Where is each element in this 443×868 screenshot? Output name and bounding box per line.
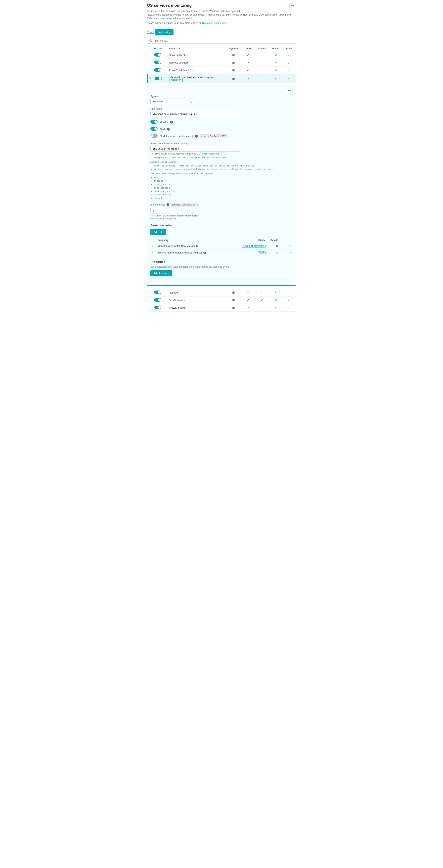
alert-check: ✓ (242, 77, 254, 80)
toggle-knob (151, 134, 154, 137)
helper-op2: $or($eq(paused),$eq(running)) – Matches … (154, 168, 275, 170)
alerting-delay-info-icon[interactable]: i (167, 203, 169, 206)
details-chevron-down[interactable]: ∨ (283, 299, 294, 302)
monitor-check: ✓ (255, 77, 269, 80)
row-name: Universal broker (169, 54, 225, 57)
alert-info-icon[interactable]: i (167, 128, 170, 131)
add-policy-button[interactable]: Add policy (155, 29, 174, 35)
feedback-text: Please provide feedback to us about this… (147, 21, 296, 25)
delete-button[interactable]: ✕ (270, 77, 282, 80)
external-link-icon: ↗ (173, 17, 175, 20)
details-chevron-down[interactable]: ∨ (283, 69, 294, 72)
alert-toggle[interactable] (150, 127, 157, 131)
windows-icon: ⊞ (226, 298, 241, 302)
alert-not-installed-toggle[interactable] (150, 134, 157, 138)
dr-name: Manufacturer match $eq(Microsoft) (157, 245, 241, 248)
detail-three-dots-button[interactable]: ••• (286, 88, 293, 93)
filter-input[interactable] (154, 39, 294, 42)
col-delete: Delete (270, 47, 282, 50)
dr-details-chevron[interactable]: ∨ (279, 245, 291, 248)
drag-handle[interactable]: ⠿ (152, 245, 157, 248)
rule-name-label: Rule name (150, 107, 293, 110)
windows-icon: ⊞ (226, 61, 241, 64)
row-name: PowerTrack Main Svc (169, 69, 225, 72)
row-name: VMWare Tools (169, 306, 225, 309)
doc-link[interactable]: documentation ↗ (156, 17, 175, 20)
drag-handle[interactable]: ⠿ (149, 299, 153, 302)
monitor-toggle[interactable] (150, 120, 157, 124)
windows-icon: ⊞ (226, 77, 241, 81)
more-link[interactable]: More... (147, 31, 154, 34)
row-name: Netlogon (169, 291, 225, 294)
dr-delete-button[interactable]: ✕ (266, 251, 278, 254)
details-chevron-up[interactable]: ∧ (283, 77, 294, 80)
details-chevron-down[interactable]: ∨ (283, 54, 294, 57)
available-ops-label: Available logic operations: (150, 160, 293, 163)
toggle-vmware[interactable] (154, 306, 168, 310)
drag-handle[interactable]: ⠿ (149, 77, 154, 80)
delete-button[interactable]: ✕ (270, 291, 282, 294)
system-group: System Windows Linux ∨ (150, 95, 293, 104)
alert-check: ✓ (242, 299, 254, 302)
drag-handle[interactable]: ⠿ (152, 251, 157, 254)
add-property-button[interactable]: Add Property (150, 270, 172, 276)
delete-button[interactable]: ✕ (270, 306, 282, 309)
alert-not-installed-info-icon[interactable]: i (195, 135, 198, 137)
condition-label: Service status condition for alerting (150, 142, 293, 145)
toggle-knob (158, 299, 161, 301)
new-reordered-badge: NEW & REORDERED (242, 245, 266, 248)
alerting-delay-input[interactable] (150, 208, 166, 214)
toggle-knob (158, 306, 161, 309)
drag-handle[interactable]: ⠿ (149, 291, 153, 294)
delete-button[interactable]: ✕ (270, 54, 282, 57)
col-summary: Summary (169, 47, 225, 50)
delete-button[interactable]: ✕ (270, 61, 282, 64)
properties-description: Set of additional key-value properties t… (150, 266, 293, 268)
dr-details-chevron[interactable]: ∨ (279, 251, 291, 254)
main-page: OS services monitoring ••• Set up alerts… (144, 0, 299, 315)
toggle-row1[interactable] (154, 53, 168, 57)
toggle-enabled (154, 53, 161, 57)
toggle-netlogon[interactable] (154, 290, 168, 295)
condition-input[interactable] (150, 146, 240, 152)
dr-delete-button[interactable]: ✕ (266, 245, 278, 248)
toggle-enabled (154, 298, 161, 302)
drag-handle[interactable]: ⠿ (149, 61, 153, 64)
alert-toggle-row: Alert i (150, 127, 293, 131)
os-services-link[interactable]: OS services monitoring ↗ (197, 153, 222, 155)
header-three-dots-button[interactable]: ••• (289, 3, 296, 8)
monitor-info-icon[interactable]: i (170, 121, 173, 124)
table-row: ⠿ SNMP service ⊞ ✓ ✓ ✕ ∨ (147, 297, 296, 304)
row-name: Microsoft core services monitoring rule … (170, 76, 225, 82)
community-link[interactable]: Dynatrace Community ↗ (202, 22, 229, 25)
drag-handle[interactable]: ⠿ (149, 306, 153, 309)
rule-name-input[interactable] (150, 111, 240, 117)
details-chevron-down[interactable]: ∨ (283, 306, 294, 309)
filter-bar: 🔍 (147, 38, 296, 43)
details-chevron-down[interactable]: ∨ (283, 291, 294, 294)
toggle-knob (158, 291, 161, 294)
delete-button[interactable]: ✕ (270, 299, 282, 302)
table-row-active: ⠿ Microsoft core services monitoring rul… (147, 74, 296, 83)
description-1: Set up alerts for OS services in undesir… (147, 9, 296, 20)
toggle-row2[interactable] (154, 61, 168, 65)
dr-col-delete: Delete (242, 239, 266, 242)
add-rule-button[interactable]: Add rule (150, 229, 166, 235)
toggle-row3[interactable] (154, 68, 168, 72)
alerting-delay-helper: The number of 10-second measurement cycl… (150, 214, 293, 220)
col-system: System (226, 47, 241, 50)
row-name: SNMP service (169, 299, 225, 302)
drag-handle[interactable]: ⠿ (149, 54, 153, 57)
drag-handle[interactable]: ⠿ (149, 69, 153, 72)
toggle-knob (159, 77, 161, 80)
system-select[interactable]: Windows Linux (150, 99, 194, 104)
delete-button[interactable]: ✕ (270, 69, 282, 72)
toggle-row4[interactable] (155, 77, 169, 81)
properties-title: Properties (150, 260, 293, 264)
windows-icon: ⊞ (226, 53, 241, 57)
toggle-snmp[interactable] (154, 298, 168, 302)
helper-op1: $not($eq(paused)) – Matches services tha… (154, 164, 256, 167)
details-chevron-down[interactable]: ∨ (283, 61, 294, 64)
alert-check: ✓ (242, 54, 254, 57)
toggle-knob (158, 61, 161, 64)
